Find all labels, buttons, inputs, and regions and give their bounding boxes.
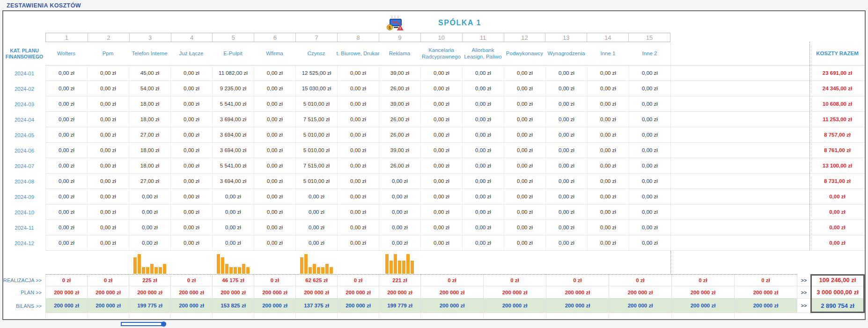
value-cell[interactable]: 45,00 zł xyxy=(129,66,170,81)
month-label[interactable]: 2024-01 xyxy=(3,66,45,81)
value-cell[interactable]: 0,00 zł xyxy=(504,189,545,204)
summary-value-cell[interactable]: 200 000 zł xyxy=(45,286,87,299)
value-cell[interactable]: 0,00 zł xyxy=(379,235,420,251)
value-cell[interactable]: 0,00 zł xyxy=(545,220,587,235)
summary-value-cell[interactable]: 200 000 zł xyxy=(734,299,797,313)
value-cell[interactable]: 0,00 zł xyxy=(45,127,87,143)
value-cell[interactable]: 0,00 zł xyxy=(504,96,545,112)
value-cell[interactable]: 0,00 zł xyxy=(337,127,379,143)
value-cell[interactable]: 39,00 zł xyxy=(379,143,420,158)
value-cell[interactable]: 0,00 zł xyxy=(254,112,295,127)
value-cell[interactable]: 0,00 zł xyxy=(629,235,670,251)
value-cell[interactable]: 0,00 zł xyxy=(420,158,462,174)
value-cell[interactable]: 0,00 zł xyxy=(87,204,129,220)
value-cell[interactable]: 0,00 zł xyxy=(45,220,87,235)
value-cell[interactable]: 26,00 zł xyxy=(379,81,420,96)
summary-value-cell[interactable]: 200 000 zł xyxy=(546,299,609,313)
value-cell[interactable]: 0,00 zł xyxy=(462,204,504,220)
value-cell[interactable]: 0,00 zł xyxy=(420,189,462,204)
value-cell[interactable]: 0,00 zł xyxy=(212,220,254,235)
value-cell[interactable]: 0,00 zł xyxy=(87,158,129,174)
value-cell[interactable]: 0,00 zł xyxy=(504,127,545,143)
value-cell[interactable]: 0,00 zł xyxy=(337,189,379,204)
value-cell[interactable]: 7 515,00 zł xyxy=(295,112,337,127)
month-label[interactable]: 2024-11 xyxy=(3,220,45,235)
value-cell[interactable]: 39,00 zł xyxy=(379,66,420,81)
value-cell[interactable]: 0,00 zł xyxy=(587,81,629,96)
value-cell[interactable]: 0,00 zł xyxy=(129,189,170,204)
value-cell[interactable]: 5 541,00 zł xyxy=(212,158,254,174)
summary-total-cell[interactable]: 2 890 754 zł xyxy=(810,299,865,313)
value-cell[interactable]: 0,00 zł xyxy=(254,127,295,143)
value-cell[interactable]: 0,00 zł xyxy=(629,127,670,143)
value-cell[interactable]: 0,00 zł xyxy=(504,174,545,189)
value-cell[interactable]: 0,00 zł xyxy=(629,66,670,81)
summary-value-cell[interactable]: 200 000 zł xyxy=(254,299,295,313)
value-cell[interactable]: 7 515,00 zł xyxy=(295,158,337,174)
summary-value-cell[interactable]: 200 000 zł xyxy=(212,286,254,299)
value-cell[interactable]: 0,00 zł xyxy=(545,189,587,204)
value-cell[interactable]: 0,00 zł xyxy=(212,189,254,204)
value-cell[interactable]: 0,00 zł xyxy=(420,204,462,220)
value-cell[interactable]: 0,00 zł xyxy=(212,204,254,220)
value-cell[interactable]: 0,00 zł xyxy=(545,81,587,96)
summary-value-cell[interactable]: 199 775 zł xyxy=(129,299,170,313)
value-cell[interactable]: 0,00 zł xyxy=(295,189,337,204)
value-cell[interactable]: 0,00 zł xyxy=(337,112,379,127)
horizontal-scrollbar[interactable] xyxy=(121,322,164,326)
value-cell[interactable]: 27,00 zł xyxy=(129,127,170,143)
value-cell[interactable]: 0,00 zł xyxy=(629,112,670,127)
summary-value-cell[interactable]: 200 000 zł xyxy=(609,299,671,313)
row-total-cell[interactable]: 8 757,00 zł xyxy=(809,127,865,143)
value-cell[interactable]: 0,00 zł xyxy=(170,112,212,127)
value-cell[interactable]: 0,00 zł xyxy=(254,174,295,189)
value-cell[interactable]: 3 694,00 zł xyxy=(212,174,254,189)
value-cell[interactable]: 0,00 zł xyxy=(545,174,587,189)
value-cell[interactable]: 0,00 zł xyxy=(129,204,170,220)
value-cell[interactable]: 0,00 zł xyxy=(87,189,129,204)
value-cell[interactable]: 0,00 zł xyxy=(629,220,670,235)
row-total-cell[interactable]: 0,00 zł xyxy=(809,204,865,220)
value-cell[interactable]: 0,00 zł xyxy=(504,158,545,174)
value-cell[interactable]: 0,00 zł xyxy=(629,96,670,112)
value-cell[interactable]: 0,00 zł xyxy=(170,96,212,112)
summary-total-cell[interactable]: 109 246,00 zł xyxy=(810,274,865,286)
value-cell[interactable]: 0,00 zł xyxy=(504,204,545,220)
value-cell[interactable]: 0,00 zł xyxy=(462,220,504,235)
value-cell[interactable]: 0,00 zł xyxy=(170,66,212,81)
value-cell[interactable]: 0,00 zł xyxy=(170,158,212,174)
value-cell[interactable]: 0,00 zł xyxy=(587,204,629,220)
summary-value-cell[interactable]: 200 000 zł xyxy=(483,299,546,313)
value-cell[interactable]: 0,00 zł xyxy=(254,204,295,220)
summary-value-cell[interactable]: 225 zł xyxy=(129,274,170,286)
summary-value-cell[interactable]: 0 zł xyxy=(546,274,609,286)
value-cell[interactable]: 0,00 zł xyxy=(420,127,462,143)
value-cell[interactable]: 26,00 zł xyxy=(379,112,420,127)
summary-value-cell[interactable]: 0 zł xyxy=(609,274,671,286)
summary-value-cell[interactable]: 0 zł xyxy=(420,274,483,286)
value-cell[interactable]: 0,00 zł xyxy=(504,220,545,235)
value-cell[interactable]: 0,00 zł xyxy=(462,158,504,174)
summary-value-cell[interactable]: 200 000 zł xyxy=(420,286,483,299)
value-cell[interactable]: 0,00 zł xyxy=(337,174,379,189)
value-cell[interactable]: 0,00 zł xyxy=(545,127,587,143)
scrollbar-handle[interactable] xyxy=(161,321,166,327)
value-cell[interactable]: 0,00 zł xyxy=(587,158,629,174)
row-total-cell[interactable]: 0,00 zł xyxy=(809,189,865,204)
summary-total-cell[interactable]: 3 000 000,00 zł xyxy=(810,286,865,299)
value-cell[interactable]: 5 010,00 zł xyxy=(295,143,337,158)
row-total-cell[interactable]: 24 345,00 zł xyxy=(809,81,865,96)
value-cell[interactable]: 0,00 zł xyxy=(87,96,129,112)
month-label[interactable]: 2024-02 xyxy=(3,81,45,96)
summary-value-cell[interactable]: 0 zł xyxy=(170,274,212,286)
summary-value-cell[interactable]: 0 zł xyxy=(45,274,87,286)
value-cell[interactable]: 0,00 zł xyxy=(87,127,129,143)
value-cell[interactable]: 18,00 zł xyxy=(129,96,170,112)
value-cell[interactable]: 54,00 zł xyxy=(129,81,170,96)
value-cell[interactable]: 0,00 zł xyxy=(45,235,87,251)
month-label[interactable]: 2024-06 xyxy=(3,143,45,158)
value-cell[interactable]: 0,00 zł xyxy=(545,112,587,127)
month-label[interactable]: 2024-05 xyxy=(3,127,45,143)
value-cell[interactable]: 0,00 zł xyxy=(170,220,212,235)
value-cell[interactable]: 3 694,00 zł xyxy=(212,143,254,158)
